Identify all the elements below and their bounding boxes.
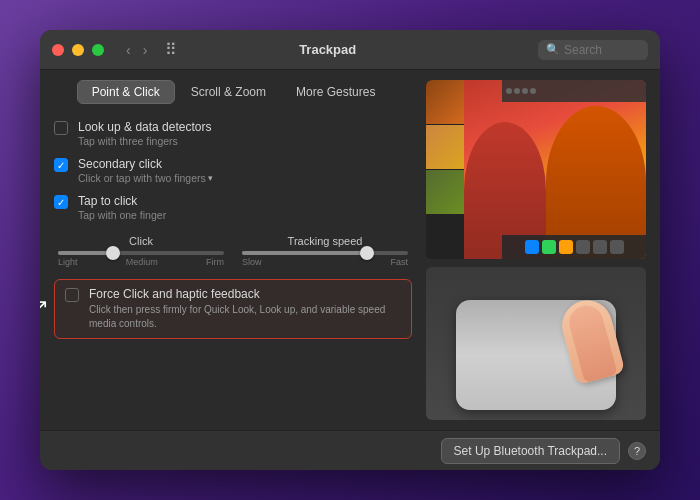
tab-point-click[interactable]: Point & Click — [77, 80, 175, 104]
window: ‹ › ⠿ Trackpad 🔍 Point & Click Scroll & … — [40, 30, 660, 470]
force-click-desc: Click then press firmly for Quick Look, … — [89, 303, 401, 331]
preview-img-content — [426, 80, 646, 259]
click-label-medium: Medium — [126, 257, 158, 267]
dock-icon-2 — [542, 240, 556, 254]
secondary-click-desc: Click or tap with two fingers ▾ — [78, 172, 213, 184]
photo-thumb-1 — [426, 80, 464, 125]
lookup-setting-text: Look up & data detectors Tap with three … — [78, 120, 211, 147]
click-slider-fill — [58, 251, 113, 255]
click-slider-title-row: Click — [54, 235, 228, 247]
window-title: Trackpad — [125, 42, 530, 57]
right-panel — [426, 80, 646, 420]
bottom-bar: Set Up Bluetooth Trackpad... ? — [40, 430, 660, 470]
secondary-click-checkbox-area[interactable] — [54, 158, 70, 174]
tracking-slider-track[interactable] — [242, 251, 408, 255]
tracking-slider-fill — [242, 251, 367, 255]
sliders-section: Click Light Medium Firm — [54, 235, 412, 267]
main-content: Point & Click Scroll & Zoom More Gesture… — [40, 70, 660, 430]
dock-icon-4 — [576, 240, 590, 254]
lookup-checkbox[interactable] — [54, 121, 68, 135]
toolbar-dot-3 — [522, 88, 528, 94]
secondary-click-setting-text: Secondary click Click or tap with two fi… — [78, 157, 213, 184]
search-icon: 🔍 — [546, 43, 560, 56]
tracking-slider-thumb[interactable] — [360, 246, 374, 260]
secondary-click-checkbox[interactable] — [54, 158, 68, 172]
maximize-button[interactable] — [92, 44, 104, 56]
lookup-checkbox-area[interactable] — [54, 121, 70, 137]
dock-icon-3 — [559, 240, 573, 254]
click-slider-title: Click — [129, 235, 153, 247]
tracking-label-fast: Fast — [390, 257, 408, 267]
click-slider-track[interactable] — [58, 251, 224, 255]
tap-to-click-checkbox-area[interactable] — [54, 195, 70, 211]
toolbar-dot-4 — [530, 88, 536, 94]
lookup-setting-row: Look up & data detectors Tap with three … — [54, 118, 412, 149]
tap-to-click-setting-row: Tap to click Tap with one finger — [54, 192, 412, 223]
force-click-checkbox[interactable] — [65, 288, 79, 302]
tap-to-click-label: Tap to click — [78, 194, 166, 208]
force-click-box: Force Click and haptic feedback Click th… — [54, 279, 412, 339]
main-photo — [464, 80, 646, 259]
search-input[interactable] — [564, 43, 644, 57]
photo-thumb-4 — [426, 215, 464, 260]
dock-strip — [502, 235, 646, 259]
help-button[interactable]: ? — [628, 442, 646, 460]
photo-thumb-2 — [426, 125, 464, 170]
tap-to-click-setting-text: Tap to click Tap with one finger — [78, 194, 166, 221]
photo-strip — [426, 80, 464, 259]
dock-icon-6 — [610, 240, 624, 254]
force-click-text: Force Click and haptic feedback Click th… — [89, 287, 401, 331]
close-button[interactable] — [52, 44, 64, 56]
tabs: Point & Click Scroll & Zoom More Gesture… — [54, 80, 412, 104]
tap-to-click-checkbox[interactable] — [54, 195, 68, 209]
left-panel: Point & Click Scroll & Zoom More Gesture… — [54, 80, 412, 420]
lookup-label: Look up & data detectors — [78, 120, 211, 134]
secondary-click-dropdown-arrow[interactable]: ▾ — [208, 173, 213, 183]
preview-image — [426, 80, 646, 259]
click-label-firm: Firm — [206, 257, 224, 267]
force-click-checkbox-area[interactable] — [65, 288, 81, 304]
tracking-slider-labels: Slow Fast — [238, 257, 412, 267]
arrow-indicator: ↗ — [40, 294, 49, 318]
force-click-wrapper: ↗ Force Click and haptic feedback Click … — [54, 273, 412, 339]
secondary-click-setting-row: Secondary click Click or tap with two fi… — [54, 155, 412, 186]
tab-more-gestures[interactable]: More Gestures — [282, 80, 389, 104]
click-label-light: Light — [58, 257, 78, 267]
setup-bluetooth-button[interactable]: Set Up Bluetooth Trackpad... — [441, 438, 620, 464]
two-sliders: Click Light Medium Firm — [54, 235, 412, 267]
click-slider-labels: Light Medium Firm — [54, 257, 228, 267]
minimize-button[interactable] — [72, 44, 84, 56]
click-slider-group: Click Light Medium Firm — [54, 235, 228, 267]
secondary-click-label: Secondary click — [78, 157, 213, 171]
tracking-slider-group: Tracking speed Slow Fast — [238, 235, 412, 267]
tracking-slider-title-row: Tracking speed — [238, 235, 412, 247]
lookup-desc: Tap with three fingers — [78, 135, 211, 147]
dock-icon-1 — [525, 240, 539, 254]
tap-to-click-desc: Tap with one finger — [78, 209, 166, 221]
toolbar-dot-2 — [514, 88, 520, 94]
search-bar[interactable]: 🔍 — [538, 40, 648, 60]
titlebar: ‹ › ⠿ Trackpad 🔍 — [40, 30, 660, 70]
tracking-label-slow: Slow — [242, 257, 262, 267]
tab-scroll-zoom[interactable]: Scroll & Zoom — [177, 80, 280, 104]
tracking-slider-title: Tracking speed — [288, 235, 363, 247]
force-click-title: Force Click and haptic feedback — [89, 287, 401, 301]
trackpad-image — [426, 267, 646, 420]
photo-thumb-3 — [426, 170, 464, 215]
toolbar-dot-1 — [506, 88, 512, 94]
click-slider-thumb[interactable] — [106, 246, 120, 260]
dock-icon-5 — [593, 240, 607, 254]
